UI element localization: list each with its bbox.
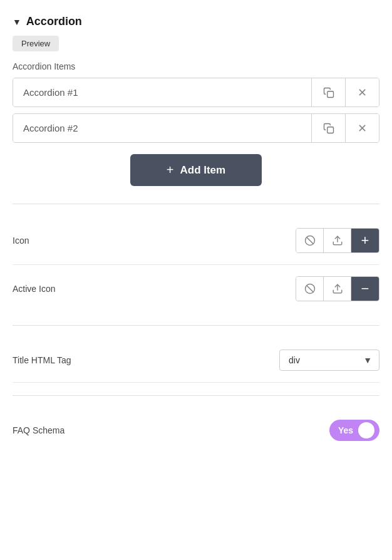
- title-html-tag-label: Title HTML Tag: [13, 355, 71, 365]
- duplicate-item-2-button[interactable]: [311, 114, 345, 142]
- accordion-chevron-icon[interactable]: ▼: [13, 17, 21, 27]
- section-title: Accordion: [26, 15, 82, 28]
- tag-select[interactable]: div h1 h2 h3 h4 h5 h6 p span: [279, 350, 379, 371]
- active-icon-controls: −: [296, 276, 379, 301]
- svg-rect-0: [327, 91, 333, 97]
- toggle-knob: [358, 422, 374, 438]
- accordion-item-label-1: Accordion #1: [13, 78, 311, 106]
- accordion-item-row: Accordion #1 ✕: [13, 78, 379, 107]
- icon-ban-button[interactable]: [296, 229, 324, 252]
- accordion-items-label: Accordion Items: [13, 61, 379, 71]
- active-icon-remove-button[interactable]: −: [351, 277, 379, 301]
- title-html-tag-row: Title HTML Tag div h1 h2 h3 h4 h5 h6 p s…: [13, 338, 379, 383]
- duplicate-item-1-button[interactable]: [311, 78, 345, 106]
- active-icon-upload-button[interactable]: [324, 277, 351, 301]
- remove-item-1-button[interactable]: ✕: [345, 78, 379, 106]
- active-icon-settings-row: Active Icon −: [13, 265, 379, 313]
- faq-schema-label: FAQ Schema: [13, 425, 64, 435]
- accordion-items-list: Accordion #1 ✕ Accordion #2 ✕: [13, 78, 379, 143]
- divider-3: [13, 395, 379, 396]
- settings-section: Icon + Active Icon: [13, 217, 379, 313]
- remove-item-2-button[interactable]: ✕: [345, 114, 379, 142]
- section-header: ▼ Accordion: [13, 15, 379, 28]
- add-item-label: Add Item: [180, 164, 225, 177]
- icon-controls: +: [296, 228, 379, 253]
- active-icon-label: Active Icon: [13, 284, 55, 294]
- icon-settings-row: Icon +: [13, 217, 379, 265]
- accordion-item-label-2: Accordion #2: [13, 114, 311, 142]
- faq-schema-toggle[interactable]: Yes: [329, 420, 379, 441]
- svg-rect-1: [327, 127, 333, 133]
- svg-line-6: [306, 286, 313, 293]
- toggle-yes-label: Yes: [338, 425, 353, 435]
- add-item-button[interactable]: + Add Item: [130, 154, 262, 186]
- icon-add-button[interactable]: +: [351, 229, 379, 252]
- faq-schema-row: FAQ Schema Yes: [13, 408, 379, 452]
- tag-select-wrapper: div h1 h2 h3 h4 h5 h6 p span ▼: [279, 350, 379, 371]
- add-icon: +: [167, 163, 174, 177]
- accordion-item-row: Accordion #2 ✕: [13, 113, 379, 143]
- preview-button[interactable]: Preview: [13, 36, 59, 51]
- divider-1: [13, 204, 379, 204]
- svg-line-3: [306, 237, 313, 244]
- icon-upload-button[interactable]: [324, 229, 351, 252]
- active-icon-ban-button[interactable]: [296, 277, 324, 301]
- icon-label: Icon: [13, 236, 29, 246]
- divider-2: [13, 325, 379, 326]
